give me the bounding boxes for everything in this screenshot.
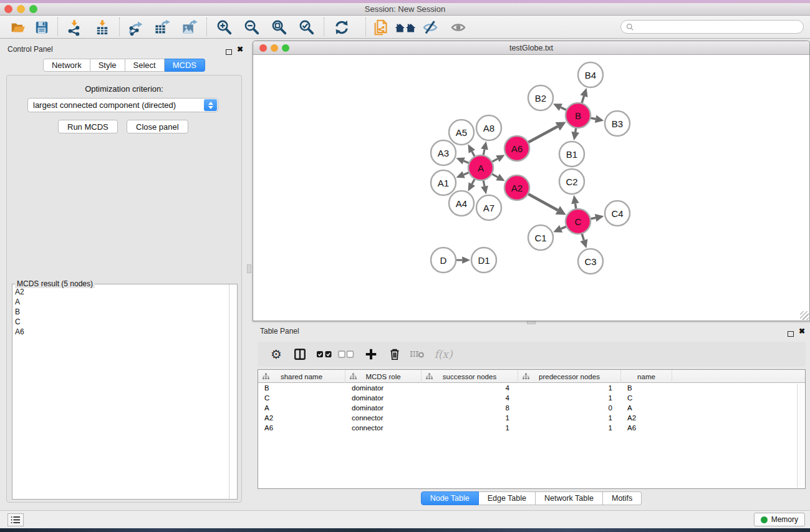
table-cell[interactable]: B bbox=[621, 383, 672, 393]
table-row[interactable]: A6connector11A6 bbox=[258, 423, 805, 433]
close-panel-icon[interactable]: ✖ bbox=[237, 45, 243, 54]
table-scrollbar[interactable] bbox=[797, 384, 804, 488]
delete-table-icon[interactable] bbox=[407, 345, 427, 364]
table-cell[interactable]: 1 bbox=[422, 423, 518, 433]
table-cell[interactable]: dominator bbox=[345, 383, 422, 393]
network-canvas[interactable]: B4B2BB3A8A5A6B1A3AC2A1A2A4A7C4CC1C3DD1 bbox=[253, 55, 809, 321]
table-cell[interactable]: C bbox=[258, 393, 345, 403]
export-image-icon[interactable] bbox=[180, 18, 199, 37]
table-cell[interactable]: A2 bbox=[621, 413, 672, 423]
graph-node-B4[interactable]: B4 bbox=[578, 62, 603, 87]
export-network-icon[interactable] bbox=[127, 18, 145, 37]
graph-node-B3[interactable]: B3 bbox=[605, 111, 630, 136]
function-builder-icon[interactable]: f(x) bbox=[431, 345, 456, 364]
zoom-selected-icon[interactable] bbox=[297, 18, 316, 37]
table-cell[interactable]: dominator bbox=[345, 403, 422, 413]
graph-node-C1[interactable]: C1 bbox=[528, 225, 553, 250]
table-cell[interactable]: C bbox=[621, 393, 672, 403]
zoom-out-icon[interactable] bbox=[243, 18, 261, 37]
hide-graphics-icon[interactable] bbox=[421, 18, 440, 37]
tab-edge-table[interactable]: Edge Table bbox=[479, 491, 536, 505]
zoom-in-icon[interactable] bbox=[215, 18, 234, 37]
add-column-icon[interactable] bbox=[361, 345, 381, 364]
table-cell[interactable]: 4 bbox=[422, 393, 518, 403]
home-icon[interactable] bbox=[393, 18, 417, 37]
column-header-predecessor-nodes[interactable]: predecessor nodes bbox=[518, 370, 621, 383]
table-cell[interactable]: A2 bbox=[258, 413, 345, 423]
graph-node-A[interactable]: A bbox=[468, 155, 493, 180]
graph-node-A3[interactable]: A3 bbox=[431, 140, 456, 165]
table-cell[interactable]: 0 bbox=[518, 403, 621, 413]
network-window-titlebar[interactable]: testGlobe.txt bbox=[253, 41, 809, 55]
table-body[interactable]: Bdominator41BCdominator41CAdominator80AA… bbox=[258, 383, 805, 433]
tab-select[interactable]: Select bbox=[125, 59, 165, 72]
delete-column-trash-icon[interactable] bbox=[385, 345, 405, 364]
tab-network-table[interactable]: Network Table bbox=[536, 491, 603, 505]
mcds-result-item[interactable]: A bbox=[15, 297, 229, 307]
splitter-grip[interactable] bbox=[247, 264, 251, 273]
tab-network[interactable]: Network bbox=[43, 59, 90, 72]
table-cell[interactable]: dominator bbox=[345, 393, 422, 403]
table-float-icon[interactable] bbox=[788, 328, 794, 339]
graph-node-C3[interactable]: C3 bbox=[578, 249, 603, 274]
table-cell[interactable]: connector bbox=[345, 413, 422, 423]
search-input[interactable] bbox=[637, 22, 798, 31]
task-history-button[interactable] bbox=[7, 513, 24, 526]
tab-node-table[interactable]: Node Table bbox=[421, 491, 479, 505]
table-settings-gear-icon[interactable]: ⚙ bbox=[266, 345, 286, 364]
graph-node-A4[interactable]: A4 bbox=[449, 191, 474, 216]
close-panel-button[interactable]: Close panel bbox=[127, 120, 188, 133]
graph-node-B[interactable]: B bbox=[566, 103, 591, 128]
run-mcds-button[interactable]: Run MCDS bbox=[58, 120, 118, 133]
float-panel-icon[interactable] bbox=[226, 46, 232, 57]
window-resize-grip[interactable] bbox=[800, 311, 809, 320]
mcds-result-item[interactable]: A6 bbox=[15, 327, 229, 337]
table-cell[interactable]: A bbox=[258, 403, 345, 413]
memory-button[interactable]: Memory bbox=[754, 513, 805, 526]
graph-node-A1[interactable]: A1 bbox=[431, 170, 456, 195]
mcds-result-list[interactable]: A2ABCA6 bbox=[12, 284, 229, 499]
tab-motifs[interactable]: Motifs bbox=[603, 491, 642, 505]
graph-node-C[interactable]: C bbox=[566, 209, 591, 234]
deselect-all-rows-icon[interactable] bbox=[336, 345, 356, 364]
graph-node-A2[interactable]: A2 bbox=[504, 175, 529, 200]
mcds-result-item[interactable]: B bbox=[15, 307, 229, 317]
vertical-splitter[interactable] bbox=[246, 41, 252, 505]
mcds-result-scrollbar[interactable] bbox=[229, 284, 237, 499]
graph-node-A8[interactable]: A8 bbox=[476, 115, 501, 140]
import-network-icon[interactable] bbox=[65, 18, 84, 37]
table-close-icon[interactable]: ✖ bbox=[799, 327, 805, 336]
graph-node-C4[interactable]: C4 bbox=[605, 201, 630, 226]
table-cell[interactable]: A6 bbox=[621, 423, 672, 433]
graph-node-A7[interactable]: A7 bbox=[476, 195, 501, 220]
graph-node-B2[interactable]: B2 bbox=[528, 85, 553, 110]
mcds-result-item[interactable]: A2 bbox=[15, 287, 229, 297]
network-minimize-button[interactable] bbox=[271, 44, 278, 52]
column-visibility-icon[interactable] bbox=[290, 345, 310, 364]
table-cell[interactable]: connector bbox=[345, 423, 422, 433]
column-header-name[interactable]: name bbox=[621, 370, 672, 383]
mcds-result-item[interactable]: C bbox=[15, 317, 229, 327]
show-graphics-icon[interactable] bbox=[449, 18, 468, 37]
table-cell[interactable]: 8 bbox=[422, 403, 518, 413]
network-close-button[interactable] bbox=[259, 44, 267, 52]
table-cell[interactable]: 1 bbox=[518, 383, 621, 393]
table-row[interactable]: Cdominator41C bbox=[258, 393, 805, 403]
open-folder-icon[interactable] bbox=[9, 18, 27, 37]
tab-style[interactable]: Style bbox=[90, 59, 125, 72]
graph-edge-A6-B[interactable] bbox=[528, 127, 558, 143]
table-cell[interactable]: 4 bbox=[422, 383, 518, 393]
table-cell[interactable]: 1 bbox=[518, 423, 621, 433]
graph-node-D[interactable]: D bbox=[431, 248, 456, 273]
network-file-icon[interactable] bbox=[372, 18, 390, 37]
graph-node-B1[interactable]: B1 bbox=[559, 142, 584, 167]
graph-edge-A2-C[interactable] bbox=[528, 193, 558, 210]
network-zoom-button[interactable] bbox=[282, 44, 289, 52]
table-row[interactable]: Adominator80A bbox=[258, 403, 805, 413]
table-cell[interactable]: 1 bbox=[518, 413, 621, 423]
zoom-fit-icon[interactable] bbox=[270, 18, 289, 37]
table-cell[interactable]: 1 bbox=[518, 393, 621, 403]
refresh-icon[interactable] bbox=[332, 18, 351, 37]
table-cell[interactable]: A bbox=[621, 403, 672, 413]
search-box[interactable] bbox=[620, 20, 804, 34]
